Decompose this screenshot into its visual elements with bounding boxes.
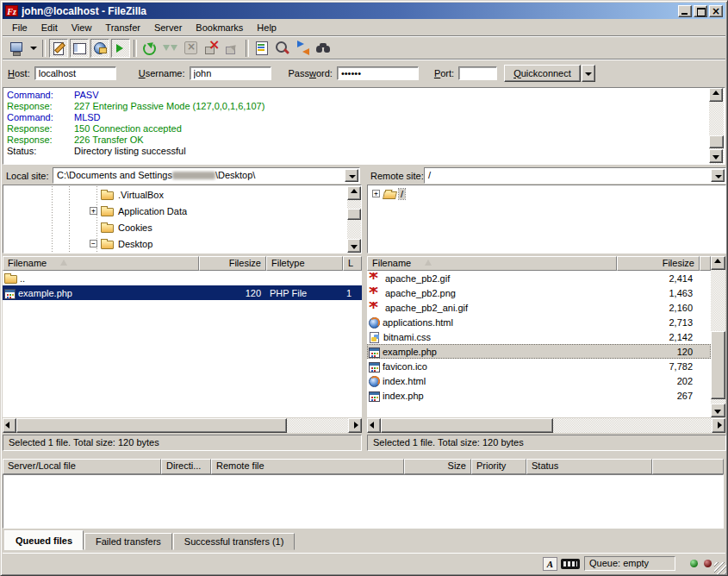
queue-column-header[interactable]: Directi...: [161, 459, 211, 474]
tree-item[interactable]: Application Data: [3, 203, 345, 219]
send-indicator-led: [704, 560, 712, 567]
file-icon: [4, 275, 17, 284]
app-icon: Fz: [5, 5, 18, 16]
directory-comparison-icon[interactable]: [273, 39, 292, 58]
local-site-combo[interactable]: C:\Documents and Settings\Desktop\: [53, 167, 360, 184]
site-manager-icon[interactable]: [7, 39, 26, 58]
open-folder-icon: [383, 191, 397, 199]
local-site-dropdown-icon[interactable]: [345, 169, 358, 182]
file-row[interactable]: apache_pb2_ani.gif 2,160: [367, 300, 711, 315]
file-icon: [369, 287, 383, 299]
password-input[interactable]: [337, 66, 419, 80]
file-icon: [369, 362, 380, 373]
toggle-message-log-icon[interactable]: [49, 39, 68, 58]
data-type-indicator-icon: A: [543, 557, 557, 571]
file-icon: [369, 376, 380, 387]
queue-tab[interactable]: Queued files: [4, 530, 84, 550]
resize-grip[interactable]: [714, 562, 726, 574]
synchronized-browsing-icon[interactable]: [294, 39, 313, 58]
toolbar-separator: [42, 40, 46, 57]
queue-tab[interactable]: Failed transfers: [84, 533, 172, 550]
remote-site-dropdown-icon[interactable]: [711, 169, 725, 182]
filter-icon[interactable]: [252, 39, 271, 58]
refresh-icon[interactable]: [140, 39, 159, 58]
file-row[interactable]: apache_pb2.gif 2,414: [367, 271, 711, 285]
menu-item[interactable]: Transfer: [98, 21, 147, 34]
file-row[interactable]: index.php 267: [367, 388, 711, 403]
queue-column-header[interactable]: Status: [526, 459, 652, 474]
file-row[interactable]: favicon.ico 7,782: [367, 359, 711, 373]
file-row[interactable]: applications.html 2,713: [367, 315, 711, 329]
port-input[interactable]: [458, 66, 497, 80]
tree-expander-icon[interactable]: [90, 207, 97, 215]
tree-expander-icon[interactable]: [90, 240, 97, 247]
maximize-button[interactable]: [694, 5, 707, 17]
menu-item[interactable]: Bookmarks: [189, 21, 250, 34]
local-column-filesize[interactable]: Filesize: [199, 256, 266, 271]
log-line: Response:150 Connection accepted: [7, 123, 725, 135]
menu-item[interactable]: Edit: [34, 21, 65, 34]
log-line: Command:MLSD: [7, 112, 725, 123]
disconnect-icon[interactable]: [202, 39, 221, 58]
quickconnect-dropdown-icon[interactable]: [582, 65, 595, 82]
queue-tab[interactable]: Successful transfers (1): [173, 533, 296, 550]
toggle-local-tree-icon[interactable]: [70, 39, 89, 58]
queue-column-header[interactable]: [652, 459, 724, 474]
file-row[interactable]: apache_pb2.png 1,463: [367, 285, 711, 300]
receive-indicator-led: [690, 560, 698, 567]
file-row[interactable]: example.php 120: [367, 344, 711, 359]
window-title: john@localhost - FileZilla: [22, 5, 676, 17]
remote-column-filesize[interactable]: Filesize: [617, 256, 700, 271]
remote-site-combo[interactable]: /: [424, 167, 726, 184]
quickconnect-bar: Host: Username: Password: Port: Quickcon…: [3, 61, 725, 85]
remote-column-filename[interactable]: Filename: [367, 256, 617, 271]
toolbar-separator: [246, 40, 249, 57]
queue-column-header[interactable]: Size: [404, 459, 471, 474]
minimize-button[interactable]: [678, 5, 692, 17]
reconnect-icon[interactable]: [223, 39, 242, 58]
toggle-remote-tree-icon[interactable]: [90, 39, 109, 58]
local-column-filetype[interactable]: Filetype: [266, 256, 343, 271]
tree-item[interactable]: Desktop: [3, 235, 345, 252]
menu-item[interactable]: Server: [147, 21, 189, 34]
file-row[interactable]: ..: [3, 271, 362, 285]
username-input[interactable]: [190, 66, 271, 80]
folder-icon: [101, 224, 114, 233]
local-selection-status: Selected 1 file. Total size: 120 bytes: [3, 435, 362, 451]
status-bar: A Queue: empty: [3, 553, 725, 573]
file-row[interactable]: bitnami.css 2,142: [367, 329, 711, 344]
tree-item[interactable]: Cookies: [3, 219, 345, 235]
queue-header: Server/Local fileDirecti...Remote fileSi…: [3, 459, 724, 474]
local-column-filename[interactable]: Filename: [3, 256, 199, 271]
close-button[interactable]: [709, 5, 723, 17]
host-input[interactable]: [34, 66, 116, 80]
tree-expander-icon[interactable]: [372, 190, 380, 197]
file-icon: [369, 302, 383, 314]
folder-icon: [101, 191, 114, 200]
file-row[interactable]: example.php 120 PHP File 1: [3, 285, 362, 300]
log-line: Command:PASV: [7, 90, 725, 101]
site-manager-dropdown-icon[interactable]: [28, 39, 39, 58]
tree-item[interactable]: /: [368, 185, 725, 202]
menu-item[interactable]: File: [5, 21, 34, 34]
file-icon: [369, 272, 383, 285]
queue-column-header[interactable]: Priority: [471, 459, 526, 474]
menu-item[interactable]: View: [65, 21, 99, 34]
tree-item[interactable]: .VirtualBox: [3, 186, 345, 203]
file-row[interactable]: index.html 202: [367, 373, 711, 388]
find-files-icon[interactable]: [314, 39, 333, 58]
speed-limits-icon[interactable]: [561, 559, 580, 569]
queue-column-header[interactable]: Remote file: [211, 459, 404, 474]
cancel-operation-icon[interactable]: [182, 39, 201, 58]
quickconnect-button[interactable]: Quickconnect: [504, 65, 581, 82]
queue-column-header[interactable]: Server/Local file: [3, 459, 161, 474]
menu-bar: FileEditViewTransferServerBookmarksHelp: [3, 19, 725, 35]
remote-column-filler: [700, 256, 711, 271]
toolbar-separator: [134, 40, 137, 57]
toggle-queue-icon[interactable]: [111, 39, 130, 58]
title-bar[interactable]: Fz john@localhost - FileZilla: [3, 3, 725, 19]
menu-item[interactable]: Help: [250, 21, 283, 34]
queue-list[interactable]: [3, 474, 724, 529]
process-queue-icon[interactable]: [161, 39, 180, 58]
local-column-lastmodified[interactable]: L: [343, 256, 362, 271]
